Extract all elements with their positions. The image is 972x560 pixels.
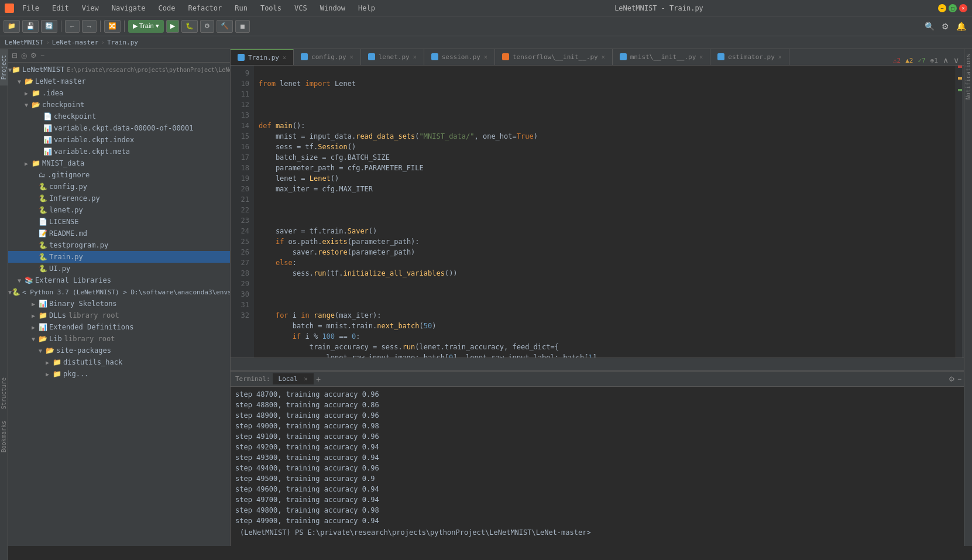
breadcrumb-project[interactable]: LeNetMNIST <box>5 39 43 46</box>
run-button[interactable]: ▶ <box>166 20 179 33</box>
collapse-all-button[interactable]: ⊟ <box>11 50 19 61</box>
tree-item-checkpoint-folder[interactable]: ▼ 📂 checkpoint <box>8 99 230 111</box>
tab-close-config[interactable]: × <box>350 54 353 60</box>
tree-item-lenet-master[interactable]: ▼ 📂 LeNet-master <box>8 75 230 87</box>
scroll-up-button[interactable]: ∧ <box>943 56 949 65</box>
maximize-button[interactable]: □ <box>949 4 957 12</box>
terminal-prompt[interactable]: (LeNetMNIST) PS E:\private\research\proj… <box>235 526 959 539</box>
tab-close-tensorflow[interactable]: × <box>602 54 605 60</box>
tab-lenet-py[interactable]: lenet.py × <box>361 49 424 65</box>
tree-item-ext-defs[interactable]: ▶ 📊 Extended Definitions <box>8 321 230 333</box>
tree-item-idea[interactable]: ▶ 📁 .idea <box>8 87 230 99</box>
code-text[interactable]: from lenet import Lenet def main(): mnis… <box>254 66 956 358</box>
add-terminal-button[interactable]: + <box>314 373 323 385</box>
tab-config-py[interactable]: config.py × <box>294 49 361 65</box>
structure-tab[interactable]: Structure <box>0 372 8 415</box>
menu-code[interactable]: Code <box>154 3 180 13</box>
toolbar-separator-2 <box>100 20 101 32</box>
terminal-tab-close[interactable]: × <box>304 375 308 383</box>
stop-button[interactable]: ⏹ <box>235 20 250 33</box>
git-button[interactable]: 🔀 <box>104 20 121 33</box>
bookmarks-tab[interactable]: Bookmarks <box>0 415 8 458</box>
coverage-button[interactable]: ⚙ <box>200 20 214 33</box>
tree-item-site-packages[interactable]: ▼ 📂 site-packages <box>8 345 230 356</box>
menu-window[interactable]: Window <box>315 3 350 13</box>
tree-item-ui[interactable]: 🐍 UI.py <box>8 263 230 274</box>
tree-item-mnist-data[interactable]: ▶ 📁 MNIST_data <box>8 157 230 169</box>
tree-item-ckpt-data[interactable]: 📊 variable.ckpt.data-00000-of-00001 <box>8 122 230 134</box>
tree-item-testprogram[interactable]: 🐍 testprogram.py <box>8 239 230 251</box>
tree-item-lib[interactable]: ▼ 📂 Lib library root <box>8 333 230 345</box>
tab-close-lenet[interactable]: × <box>413 54 417 60</box>
tree-item-license[interactable]: 📄 LICENSE <box>8 216 230 228</box>
tree-item-gitignore[interactable]: 🗂 .gitignore <box>8 169 230 181</box>
tree-item-distutils[interactable]: ▶ 📁 distutils_hack <box>8 356 230 368</box>
settings-tree-button[interactable]: ⚙ <box>29 50 38 61</box>
folder-icon: 📁 <box>53 370 61 378</box>
debug-button[interactable]: 🐛 <box>181 20 198 33</box>
project-view-button[interactable]: 📁 <box>4 20 20 33</box>
notifications-button[interactable]: 🔔 <box>954 20 968 32</box>
tree-item-binary-skeletons[interactable]: ▶ 📊 Binary Skeletons <box>8 298 230 310</box>
menu-view[interactable]: View <box>77 3 104 13</box>
menu-vcs[interactable]: VCS <box>290 3 312 13</box>
tab-tensorflow-init[interactable]: tensorflow\__init__.py × <box>495 49 613 65</box>
breadcrumb-master[interactable]: LeNet-master <box>52 39 98 46</box>
menu-tools[interactable]: Tools <box>256 3 286 13</box>
terminal-minimize-button[interactable]: − <box>957 375 961 383</box>
menu-help[interactable]: Help <box>353 3 380 13</box>
tree-item-lenetmnist[interactable]: ▼ 📁 LeNetMNIST E:\private\research\proje… <box>8 64 230 75</box>
tree-item-train[interactable]: 🐍 Train.py <box>8 251 230 263</box>
tree-item-inference[interactable]: 🐍 Inference.py <box>8 193 230 204</box>
tree-item-pkg[interactable]: ▶ 📁 pkg... <box>8 368 230 380</box>
synchronize-button[interactable]: 🔄 <box>41 20 57 33</box>
tab-close-session[interactable]: × <box>484 54 487 60</box>
menu-edit[interactable]: Edit <box>47 3 74 13</box>
terminal-settings-button[interactable]: ⚙ <box>949 375 955 383</box>
hide-panel-button[interactable]: − <box>39 50 46 61</box>
menu-refactor[interactable]: Refactor <box>183 3 226 13</box>
tree-item-python-env[interactable]: ▼ 🐍 < Python 3.7 (LeNetMNIST) > D:\softw… <box>8 286 230 298</box>
minimize-button[interactable]: − <box>938 4 946 12</box>
tree-item-dlls[interactable]: ▶ 📁 DLLs library root <box>8 310 230 321</box>
tab-session-py[interactable]: session.py × <box>424 49 495 65</box>
close-button[interactable]: × <box>959 4 967 12</box>
project-tab[interactable]: Project <box>0 49 8 85</box>
tree-item-lenet[interactable]: 🐍 lenet.py <box>8 204 230 216</box>
menu-navigate[interactable]: Navigate <box>107 3 150 13</box>
folder-icon: 📂 <box>46 346 54 355</box>
tab-close-estimator[interactable]: × <box>778 54 782 60</box>
tab-train-py[interactable]: Train.py × <box>231 49 294 65</box>
index-file-icon: 📊 <box>43 136 52 144</box>
locate-button[interactable]: ◎ <box>20 50 28 61</box>
tab-estimator[interactable]: estimator.py × <box>710 49 789 65</box>
breadcrumb-file[interactable]: Train.py <box>107 39 138 46</box>
tab-close-mnist[interactable]: × <box>699 54 703 60</box>
tree-item-checkpoint-file[interactable]: 📄 checkpoint <box>8 111 230 122</box>
terminal-local-tab[interactable]: Local × <box>273 373 314 384</box>
tree-item-config[interactable]: 🐍 config.py <box>8 181 230 193</box>
tab-icon-lenet <box>368 53 375 60</box>
search-everywhere-button[interactable]: 🔍 <box>922 20 937 32</box>
terminal-output[interactable]: step 48700, training accuracy 0.96 step … <box>231 387 964 546</box>
scroll-down-button[interactable]: ∨ <box>953 56 959 65</box>
build-button[interactable]: 🔨 <box>217 20 233 33</box>
tree-item-ckpt-index[interactable]: 📊 variable.ckpt.index <box>8 134 230 146</box>
settings-button[interactable]: ⚙ <box>939 20 952 32</box>
left-bottom-panel: Structure Bookmarks <box>0 372 8 560</box>
tab-mnist-init[interactable]: mnist\__init__.py × <box>613 49 711 65</box>
tree-item-ckpt-meta[interactable]: 📊 variable.ckpt.meta <box>8 146 230 157</box>
tab-label-session: session.py <box>442 53 480 61</box>
inspection-count: ⊕1 <box>930 57 938 64</box>
scrollbar-track[interactable] <box>962 66 964 358</box>
tree-item-readme[interactable]: 📝 README.md <box>8 228 230 239</box>
nav-forward-button[interactable]: → <box>82 20 97 33</box>
run-config-button[interactable]: ▶ Train ▾ <box>128 20 164 33</box>
tab-close-train[interactable]: × <box>283 54 286 61</box>
nav-back-button[interactable]: ← <box>65 20 80 33</box>
save-all-button[interactable]: 💾 <box>22 20 39 33</box>
notifications-tab[interactable]: Notifications <box>964 49 972 104</box>
menu-file[interactable]: File <box>18 3 44 13</box>
tree-item-external-libs[interactable]: ▼ 📚 External Libraries <box>8 274 230 286</box>
menu-run[interactable]: Run <box>230 3 252 13</box>
